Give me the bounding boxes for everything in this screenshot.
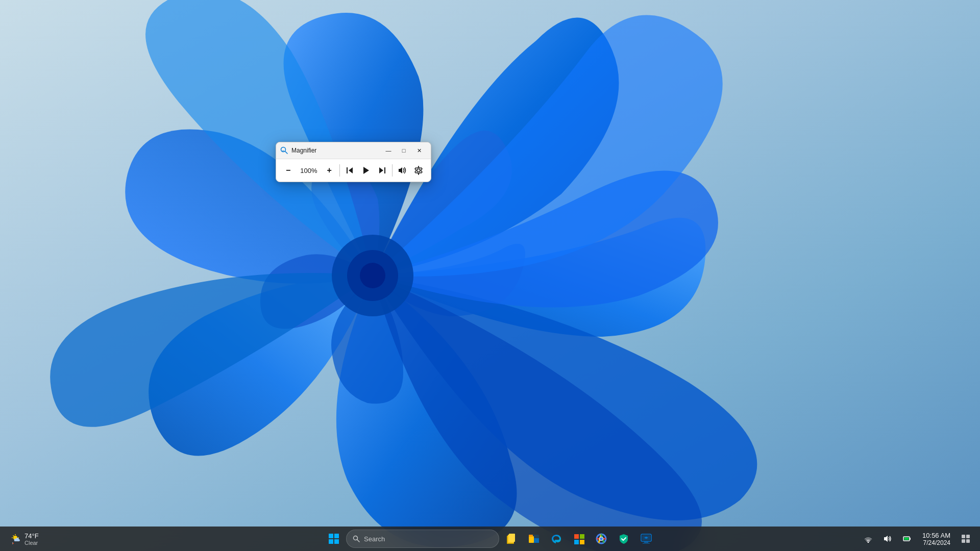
edge-icon [551, 533, 562, 544]
svg-point-3 [360, 263, 385, 288]
svg-rect-38 [580, 540, 584, 544]
svg-line-19 [13, 536, 14, 537]
time-display: 10:56 AM [922, 532, 950, 539]
toolbar-divider-2 [392, 164, 393, 177]
windows-logo-icon [329, 534, 339, 544]
next-button[interactable] [375, 162, 389, 179]
zoom-in-button[interactable]: + [322, 162, 336, 179]
svg-rect-37 [574, 540, 579, 544]
svg-rect-26 [334, 539, 339, 544]
svg-marker-9 [363, 167, 369, 174]
svg-rect-34 [529, 535, 533, 537]
volume-tray-icon [884, 535, 892, 543]
temperature: 74°F [24, 532, 39, 540]
weather-widget[interactable]: ! 74°F Clear [6, 530, 43, 548]
explorer-icon [528, 533, 540, 544]
volume-icon [398, 166, 407, 174]
minimize-button[interactable]: — [381, 145, 396, 156]
notification-icon [961, 534, 970, 543]
zoom-level-display: 100% [297, 167, 320, 174]
tray-battery[interactable] [899, 531, 915, 547]
files-icon [506, 533, 517, 544]
magnifier-app-icon: + [280, 146, 288, 155]
close-button[interactable]: ✕ [411, 145, 427, 156]
svg-rect-56 [966, 539, 970, 543]
taskbar-right: 10:56 AM 7/24/2024 [860, 530, 974, 548]
magnifier-window: + Magnifier — □ ✕ − 100% + [276, 142, 431, 182]
svg-rect-53 [962, 535, 965, 538]
svg-rect-25 [329, 539, 333, 544]
zoom-out-button[interactable]: − [281, 162, 295, 179]
prev-button[interactable] [343, 162, 357, 179]
taskbar-center: Search [324, 529, 656, 549]
magnifier-title-left: + Magnifier [280, 146, 316, 155]
start-button[interactable] [324, 529, 344, 549]
svg-text:+: + [282, 149, 284, 152]
settings-icon [414, 166, 423, 175]
taskbar-app-store[interactable] [569, 529, 589, 549]
search-placeholder: Search [364, 535, 385, 543]
svg-line-28 [357, 540, 360, 542]
taskbar-app-edge[interactable] [546, 529, 567, 549]
search-bar[interactable]: Search [346, 530, 499, 548]
skip-forward-icon [378, 166, 386, 174]
date-display: 7/24/2024 [923, 539, 950, 546]
play-icon [362, 166, 370, 174]
svg-rect-36 [580, 534, 584, 539]
svg-rect-55 [962, 539, 965, 543]
svg-point-13 [417, 169, 420, 172]
action-center[interactable] [958, 531, 974, 547]
svg-rect-10 [384, 167, 385, 173]
network-icon [864, 535, 872, 543]
svg-rect-35 [574, 534, 579, 539]
settings-button[interactable] [412, 162, 426, 179]
tray-volume[interactable] [879, 531, 896, 547]
svg-point-43 [600, 537, 603, 540]
svg-rect-7 [347, 167, 348, 173]
toolbar-divider-1 [339, 164, 340, 177]
weather-icon: ! [10, 533, 22, 545]
svg-point-48 [868, 541, 869, 543]
taskbar-app-explorer[interactable] [524, 529, 544, 549]
svg-rect-51 [910, 538, 911, 540]
search-icon [353, 535, 360, 542]
magnifier-title: Magnifier [291, 147, 316, 154]
remote-desktop-icon [641, 533, 652, 544]
svg-rect-33 [529, 536, 534, 543]
store-icon [573, 533, 584, 544]
svg-marker-8 [349, 167, 353, 173]
taskbar: ! 74°F Clear [0, 527, 980, 551]
desktop: + Magnifier — □ ✕ − 100% + [0, 0, 980, 551]
svg-line-5 [285, 152, 288, 154]
maximize-button[interactable]: □ [396, 145, 411, 156]
svg-marker-11 [379, 167, 383, 173]
tray-network[interactable] [860, 531, 876, 547]
taskbar-app-files[interactable] [501, 529, 522, 549]
battery-icon [903, 535, 911, 543]
skip-back-icon [346, 166, 354, 174]
volume-button[interactable] [396, 162, 409, 179]
svg-rect-54 [966, 535, 970, 538]
shield-icon [618, 533, 629, 544]
taskbar-app-antivirus[interactable] [614, 529, 634, 549]
taskbar-app-remote[interactable] [636, 529, 656, 549]
taskbar-app-chrome[interactable] [591, 529, 611, 549]
svg-marker-12 [399, 167, 402, 173]
chrome-icon [596, 533, 607, 544]
magnifier-toolbar: − 100% + [276, 159, 431, 182]
svg-rect-24 [334, 534, 339, 538]
svg-rect-47 [643, 543, 650, 544]
svg-rect-23 [329, 534, 333, 538]
svg-marker-49 [884, 536, 888, 542]
wallpaper [0, 0, 980, 551]
window-controls: — □ ✕ [381, 145, 427, 156]
magnifier-titlebar: + Magnifier — □ ✕ [276, 142, 431, 159]
svg-rect-31 [509, 534, 515, 542]
weather-condition: Clear [24, 540, 39, 546]
taskbar-left: ! 74°F Clear [6, 530, 108, 548]
clock-area[interactable]: 10:56 AM 7/24/2024 [918, 530, 954, 548]
weather-info: 74°F Clear [24, 532, 39, 546]
play-button[interactable] [359, 162, 373, 179]
svg-rect-46 [644, 542, 648, 543]
svg-rect-52 [904, 538, 909, 540]
